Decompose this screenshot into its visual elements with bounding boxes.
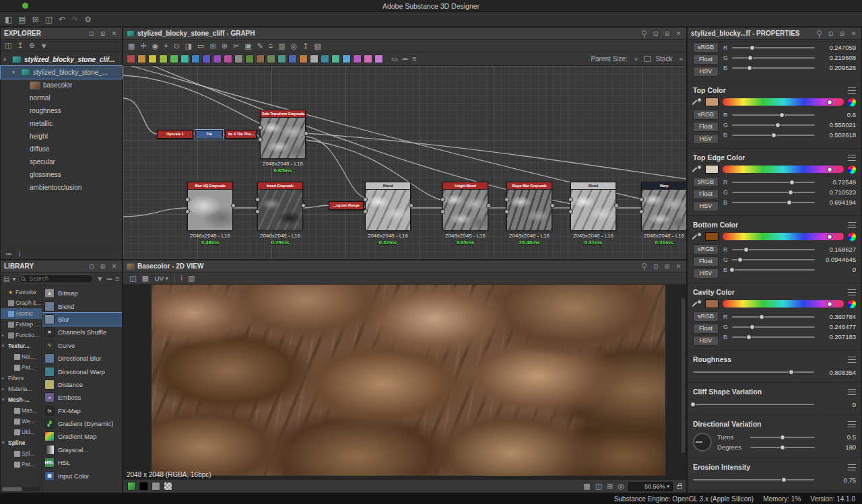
node-create-icon-11[interactable] xyxy=(245,55,254,63)
node-create-icon-3[interactable] xyxy=(159,55,168,63)
collapse-all-icon[interactable]: ▾ xyxy=(12,275,15,283)
library-item[interactable]: Gradient Map xyxy=(42,430,122,443)
stack-checkbox[interactable] xyxy=(644,56,651,62)
float-panel-icon[interactable]: ⊡ xyxy=(87,263,96,270)
library-item[interactable]: Grayscal... xyxy=(42,443,122,456)
node-create-icon-14[interactable] xyxy=(277,55,286,63)
library-item[interactable]: ✕Channels Shuffle xyxy=(42,326,122,338)
maximize-panel-icon[interactable]: ⊞ xyxy=(838,30,847,37)
channel-slider[interactable] xyxy=(732,269,815,271)
mode-srgb-button[interactable]: sRGB xyxy=(693,110,719,120)
category-chevron-icon[interactable]: ▾ xyxy=(2,343,7,349)
slider-knob[interactable] xyxy=(750,45,755,50)
graph-node[interactable]: Blend2048x2048 - L160.32ms xyxy=(365,182,411,230)
maximize-panel-icon[interactable]: ⊞ xyxy=(98,30,107,37)
maximize-panel-icon[interactable]: ⊞ xyxy=(98,263,107,270)
panel-toggle-icon[interactable]: ◧ xyxy=(5,15,12,24)
graph-node-mini[interactable]: Tra xyxy=(195,130,223,139)
library-category[interactable]: Spl... xyxy=(1,448,42,459)
node-pin[interactable] xyxy=(222,133,223,136)
mode-float-button[interactable]: Float xyxy=(693,324,719,334)
eyedropper-icon[interactable] xyxy=(693,300,701,308)
hue-gradient-bar[interactable] xyxy=(723,300,844,308)
node-pin[interactable] xyxy=(255,133,257,136)
levels-icon[interactable]: ≡ xyxy=(412,55,416,63)
mode-hsv-button[interactable]: HSV xyxy=(693,268,719,279)
param-slider[interactable] xyxy=(693,404,814,405)
library-item[interactable]: ●Emboss xyxy=(42,391,122,404)
node-pin[interactable] xyxy=(639,209,644,214)
node-pin[interactable] xyxy=(185,209,190,214)
link-mode-icon[interactable]: ◨ xyxy=(185,42,192,50)
library-search-input[interactable] xyxy=(18,275,94,283)
node-pin[interactable] xyxy=(639,197,644,202)
copy-view-icon[interactable]: ◫ xyxy=(129,274,136,283)
maximize-panel-icon[interactable]: ⊞ xyxy=(663,263,671,270)
hue-gradient-bar[interactable] xyxy=(723,98,844,106)
explorer-tree-item[interactable]: normal xyxy=(1,92,122,104)
param-slider[interactable] xyxy=(750,447,815,448)
node-create-icon-16[interactable] xyxy=(299,55,308,63)
library-category[interactable]: Mas... xyxy=(1,405,42,416)
node-create-icon-15[interactable] xyxy=(288,55,297,63)
info-icon[interactable]: i xyxy=(19,250,20,258)
info-icon[interactable]: i xyxy=(181,274,183,283)
library-item[interactable]: HSLHSL xyxy=(42,456,122,469)
color-swatch[interactable] xyxy=(705,299,719,308)
category-chevron-icon[interactable]: ▾ xyxy=(2,440,7,445)
chevrons-right-icon[interactable]: » xyxy=(634,55,638,63)
channel-slider[interactable] xyxy=(732,316,815,318)
mode-float-button[interactable]: Float xyxy=(693,189,719,199)
graph-node[interactable]: Warp2048x2048 - L160.31ms xyxy=(641,182,686,230)
grid-display-icon[interactable]: ▧ xyxy=(314,42,321,50)
channel-slider[interactable] xyxy=(732,124,815,126)
slider-knob[interactable] xyxy=(750,324,755,330)
graph-node[interactable]: Invert Grayscale2048x2048 - L160.29ms xyxy=(257,182,303,230)
mode-hsv-button[interactable]: HSV xyxy=(693,201,719,211)
channel-slider[interactable] xyxy=(732,336,815,338)
display-options-icon[interactable]: ▭ xyxy=(391,55,397,63)
explorer-tree-item[interactable]: roughness xyxy=(1,104,122,117)
eyedropper-icon[interactable] xyxy=(693,166,701,174)
library-item[interactable]: ∿Curve xyxy=(42,339,122,352)
color-swatch[interactable] xyxy=(705,232,719,241)
node-create-icon-5[interactable] xyxy=(180,55,189,63)
filter-icon[interactable]: ▼ xyxy=(96,275,103,283)
float-panel-icon[interactable]: ⊡ xyxy=(87,30,96,37)
library-item[interactable]: Directional Blur xyxy=(42,352,122,365)
node-create-icon-20[interactable] xyxy=(342,55,351,63)
chevrons-right-icon[interactable]: » xyxy=(679,55,683,63)
library-category[interactable]: ▸Filters xyxy=(1,373,42,384)
eyedropper-icon[interactable] xyxy=(693,98,701,106)
node-pin[interactable] xyxy=(550,203,555,208)
node-create-icon-6[interactable] xyxy=(191,55,200,63)
library-item[interactable]: ▲Bitmap xyxy=(42,287,122,299)
library-category[interactable]: Util... xyxy=(1,427,42,437)
param-slider[interactable] xyxy=(750,437,815,438)
category-chevron-icon[interactable]: ▸ xyxy=(2,332,7,338)
align-icon[interactable]: ≡ xyxy=(269,42,273,50)
param-slider[interactable] xyxy=(693,371,814,373)
node-pin[interactable] xyxy=(568,197,573,202)
library-item[interactable]: Blur xyxy=(42,313,122,326)
slider-knob[interactable] xyxy=(780,445,785,450)
graph-canvas[interactable]: Upscale 1Trake It Tile Pho...Safe Transf… xyxy=(123,66,686,259)
new-view-icon[interactable]: ▤ xyxy=(3,275,9,283)
node-pin[interactable] xyxy=(304,131,308,136)
channels-toggle-icon[interactable] xyxy=(127,482,136,491)
node-pin[interactable] xyxy=(301,203,306,208)
category-chevron-icon[interactable]: ▾ xyxy=(2,397,7,402)
library-category[interactable]: Graph it... xyxy=(1,297,42,308)
node-create-icon-19[interactable] xyxy=(331,55,340,63)
background-black-icon[interactable] xyxy=(139,482,148,491)
graph-node-mini[interactable]: Upscale 1 xyxy=(157,130,193,139)
grid-snap-icon[interactable]: ▦ xyxy=(128,42,135,50)
channel-slider[interactable] xyxy=(732,259,815,260)
node-pin[interactable] xyxy=(440,209,445,214)
pin-panel-icon[interactable] xyxy=(642,263,646,268)
node-create-icon-22[interactable] xyxy=(364,55,372,63)
comment-icon[interactable]: ▭ xyxy=(197,42,204,50)
category-hscrollbar[interactable] xyxy=(2,487,40,491)
library-category[interactable]: ▸Functio... xyxy=(1,330,42,340)
float-panel-icon[interactable]: ⊡ xyxy=(826,30,835,37)
